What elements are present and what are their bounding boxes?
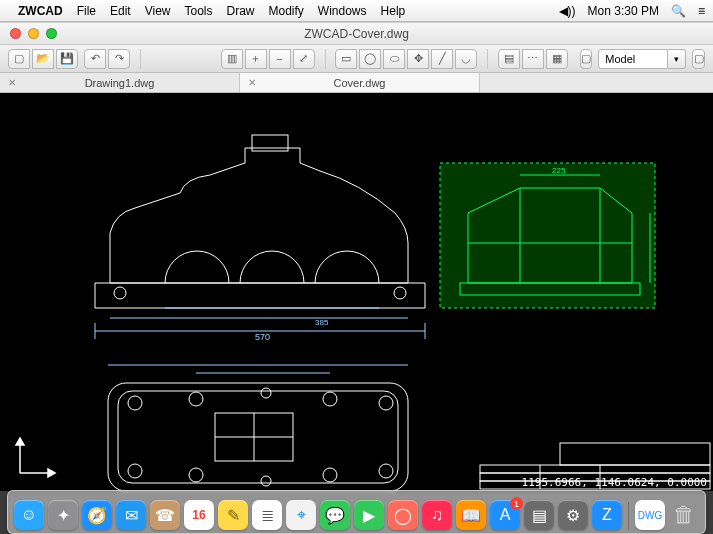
dock-maps[interactable]: ⌖ [286,500,316,530]
dock-launchpad[interactable]: ✦ [48,500,78,530]
toolbar-separator [487,49,488,69]
dock-photobooth[interactable]: ◯ [388,500,418,530]
save-button[interactable]: 💾 [56,49,78,69]
close-tab-icon[interactable]: ✕ [8,77,16,88]
dock-contacts[interactable]: ☎ [150,500,180,530]
svg-marker-42 [48,469,55,477]
dock-ibooks[interactable]: 📖 [456,500,486,530]
svg-text:225: 225 [552,166,566,175]
svg-point-21 [323,468,337,482]
zoom-in-button[interactable]: ＋ [245,49,267,69]
window-title: ZWCAD-Cover.dwg [0,27,713,41]
menu-view[interactable]: View [145,4,171,18]
dock-appstore[interactable]: A [490,500,520,530]
tool-arc[interactable]: ◡ [455,49,477,69]
zoom-extents-button[interactable]: ⤢ [293,49,315,69]
svg-marker-43 [16,438,24,445]
svg-text:385: 385 [315,318,329,327]
tab-label: Cover.dwg [334,77,386,89]
svg-point-14 [128,396,142,410]
layout-next-button[interactable]: ▢ [692,49,705,69]
cad-drawing: 570 385 [0,93,713,491]
undo-button[interactable]: ↶ [84,49,106,69]
app-menu[interactable]: ZWCAD [18,4,63,18]
spotlight-icon[interactable]: 🔍 [671,4,686,18]
dock-divider [628,502,629,530]
menu-help[interactable]: Help [381,4,406,18]
tool-ellipse[interactable]: ⬭ [383,49,405,69]
match-properties-button[interactable]: ▥ [221,49,243,69]
tool-line[interactable]: ╱ [431,49,453,69]
layout-select-toggle[interactable]: ▾ [668,49,686,69]
svg-rect-2 [252,135,288,151]
dock-safari[interactable]: 🧭 [82,500,112,530]
svg-point-20 [323,392,337,406]
layer-button[interactable]: ▤ [498,49,520,69]
dock-trash[interactable]: 🗑 [669,500,699,530]
toolbar-separator [325,49,326,69]
block-button[interactable]: ▦ [546,49,568,69]
dock-zwcad[interactable]: Z [592,500,622,530]
menu-tools[interactable]: Tools [184,4,212,18]
dock-mail[interactable]: ✉ [116,500,146,530]
dock-sysprefs[interactable]: ⚙ [558,500,588,530]
layout-prev-button[interactable]: ▢ [580,49,593,69]
tab-cover[interactable]: ✕ Cover.dwg [240,73,480,92]
main-toolbar: ▢ 📂 💾 ↶ ↷ ▥ ＋ − ⤢ ▭ ◯ ⬭ ✥ ╱ ◡ ▤ ⋯ ▦ [0,45,713,73]
svg-point-0 [114,287,126,299]
status-coordinates: 1195.6966, 1146.0624, 0.0000 [522,476,707,489]
dock-finder[interactable]: ☺ [14,500,44,530]
dim-overall-width: 570 [255,332,270,342]
menu-edit[interactable]: Edit [110,4,131,18]
properties-button[interactable]: ⋯ [522,49,544,69]
tab-drawing1[interactable]: ✕ Drawing1.dwg [0,73,240,92]
open-button[interactable]: 📂 [32,49,54,69]
svg-rect-36 [480,465,710,473]
dock-facetime[interactable]: ▶ [354,500,384,530]
layout-select[interactable]: Model [598,49,668,69]
tool-move[interactable]: ✥ [407,49,429,69]
svg-point-15 [128,464,142,478]
svg-point-1 [394,287,406,299]
dock-reminders[interactable]: ≣ [252,500,282,530]
menu-draw[interactable]: Draw [227,4,255,18]
dock-dwg-doc[interactable]: DWG [635,500,665,530]
layout-select-value: Model [605,53,635,65]
clock[interactable]: Mon 3:30 PM [588,4,659,18]
menu-modify[interactable]: Modify [269,4,304,18]
zoom-out-button[interactable]: − [269,49,291,69]
svg-point-17 [189,468,203,482]
volume-icon[interactable]: ◀︎)) [559,4,576,18]
app-window: ZWCAD-Cover.dwg ▢ 📂 💾 ↶ ↷ ▥ ＋ − ⤢ ▭ ◯ ⬭ … [0,22,713,490]
toolbar-separator [140,49,141,69]
dock-itunes[interactable]: ♫ [422,500,452,530]
svg-point-19 [261,476,271,486]
menu-windows[interactable]: Windows [318,4,367,18]
redo-button[interactable]: ↷ [108,49,130,69]
tab-label: Drawing1.dwg [85,77,155,89]
notification-center-icon[interactable]: ≡ [698,4,705,18]
dock-preview[interactable]: ▤ [524,500,554,530]
new-button[interactable]: ▢ [8,49,30,69]
dock-notes[interactable]: ✎ [218,500,248,530]
svg-point-22 [379,396,393,410]
mac-menubar: ZWCAD File Edit View Tools Draw Modify W… [0,0,713,22]
svg-rect-26 [440,163,655,308]
tool-circle[interactable]: ◯ [359,49,381,69]
svg-point-18 [261,388,271,398]
window-titlebar: ZWCAD-Cover.dwg [0,23,713,45]
drawing-canvas[interactable]: 570 385 [0,93,713,491]
tool-rectangle[interactable]: ▭ [335,49,357,69]
dock-calendar[interactable]: 16 [184,500,214,530]
dock: ☺ ✦ 🧭 ✉ ☎ 16 ✎ ≣ ⌖ 💬 ▶ ◯ ♫ 📖 A ▤ ⚙ Z DWG… [0,490,713,534]
dock-messages[interactable]: 💬 [320,500,350,530]
menu-file[interactable]: File [77,4,96,18]
svg-point-23 [379,464,393,478]
close-tab-icon[interactable]: ✕ [248,77,256,88]
document-tabs: ✕ Drawing1.dwg ✕ Cover.dwg [0,73,713,93]
svg-rect-39 [560,443,710,465]
svg-point-16 [189,392,203,406]
